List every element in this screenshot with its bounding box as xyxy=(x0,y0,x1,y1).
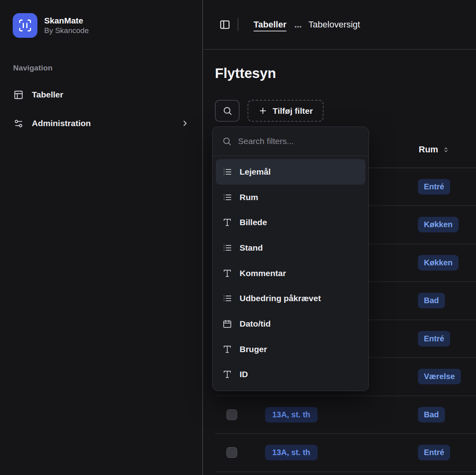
skanmate-logo-icon xyxy=(13,13,37,38)
search-button[interactable] xyxy=(215,100,240,122)
rum-badge: Køkken xyxy=(418,217,458,232)
rum-badge: Køkken xyxy=(418,255,458,271)
plus-icon xyxy=(258,106,267,115)
sidebar-item-label: Tabeller xyxy=(32,90,63,99)
filter-option-label: Lejemål xyxy=(240,167,271,177)
rum-badge: Værelse xyxy=(418,369,461,384)
app-window: SkanMate By Skancode Navigation Tabeller… xyxy=(0,0,476,475)
filter-option-bruger[interactable]: Bruger xyxy=(216,337,365,362)
sidebar-item-administration[interactable]: Administration xyxy=(9,113,194,133)
filter-option-label: ID xyxy=(240,370,248,379)
rum-badge: Entré xyxy=(418,331,450,347)
filter-search-input[interactable] xyxy=(238,136,359,146)
rum-badge: Entré xyxy=(418,179,450,195)
sort-icon xyxy=(443,146,449,153)
lejemal-link[interactable]: 13A, st. th xyxy=(265,407,318,422)
filter-option-label: Kommentar xyxy=(240,269,286,278)
panel-left-icon xyxy=(219,19,230,30)
filter-option-rum[interactable]: Rum xyxy=(216,185,365,210)
text-icon xyxy=(222,370,232,379)
filter-option-kommentar[interactable]: Kommentar xyxy=(216,261,365,286)
filter-option-label: Billede xyxy=(240,218,267,227)
filter-option-id[interactable]: ID xyxy=(216,362,365,387)
filter-option-lejemal[interactable]: Lejemål xyxy=(216,159,365,185)
filter-option-label: Rum xyxy=(240,193,258,202)
row-checkbox[interactable] xyxy=(226,409,237,420)
breadcrumb-tabeller[interactable]: Tabeller xyxy=(254,19,287,30)
text-icon xyxy=(222,218,232,227)
table-row: 13A, st. th Entré xyxy=(215,434,476,472)
top-header: Tabeller ... Tabeloversigt xyxy=(204,0,476,50)
sidebar-item-tabeller[interactable]: Tabeller xyxy=(9,85,194,105)
table-row: 13A, st. th Bad xyxy=(215,396,476,434)
filter-option-label: Bruger xyxy=(240,345,267,354)
rum-badge: Bad xyxy=(418,407,445,422)
sliders-icon xyxy=(14,119,23,128)
rum-badge: Bad xyxy=(418,293,445,308)
calendar-icon xyxy=(222,319,232,329)
sidebar: SkanMate By Skancode Navigation Tabeller… xyxy=(0,0,203,475)
header-divider xyxy=(238,18,238,31)
add-filter-label: Tilføj filter xyxy=(273,106,313,116)
rum-header-label: Rum xyxy=(419,144,438,155)
nav-section-label: Navigation xyxy=(13,64,53,72)
brand-text: SkanMate By Skancode xyxy=(44,16,89,35)
list-icon xyxy=(222,193,232,202)
filter-popover: Lejemål Rum Billede xyxy=(212,127,369,391)
brand[interactable]: SkanMate By Skancode xyxy=(13,13,89,38)
add-filter-button[interactable]: Tilføj filter xyxy=(248,100,324,122)
list-icon xyxy=(222,243,232,253)
toolbar: Tilføj filter xyxy=(215,100,324,122)
filter-option-label: Udbedring påkrævet xyxy=(240,294,321,303)
brand-tagline: By Skancode xyxy=(44,26,89,35)
rum-badge: Entré xyxy=(418,445,450,460)
filter-search xyxy=(213,127,369,156)
chevron-right-icon xyxy=(181,119,189,128)
breadcrumb-page: Tabeloversigt xyxy=(308,19,360,30)
page-title: Flyttesyn xyxy=(215,65,276,81)
breadcrumb-ellipsis[interactable]: ... xyxy=(295,19,302,30)
text-icon xyxy=(222,269,232,278)
row-checkbox[interactable] xyxy=(226,447,237,458)
search-icon xyxy=(222,136,232,146)
sidebar-item-label: Administration xyxy=(32,119,91,128)
filter-option-datotid[interactable]: Dato/tid xyxy=(216,311,365,337)
filter-option-billede[interactable]: Billede xyxy=(216,210,365,235)
text-icon xyxy=(222,345,232,354)
list-icon xyxy=(222,294,232,303)
sidebar-toggle-button[interactable] xyxy=(217,17,233,33)
lejemal-link[interactable]: 13A, st. th xyxy=(265,445,318,460)
filter-option-stand[interactable]: Stand xyxy=(216,235,365,261)
filter-option-label: Dato/tid xyxy=(240,319,271,329)
list-icon xyxy=(222,167,232,177)
table-icon xyxy=(14,90,23,100)
search-icon xyxy=(222,106,232,116)
filter-option-list: Lejemål Rum Billede xyxy=(213,156,369,391)
brand-name: SkanMate xyxy=(44,16,89,25)
rum-column-header[interactable]: Rum xyxy=(419,144,449,155)
filter-option-label: Stand xyxy=(240,243,263,253)
filter-option-udbedring[interactable]: Udbedring påkrævet xyxy=(216,286,365,311)
